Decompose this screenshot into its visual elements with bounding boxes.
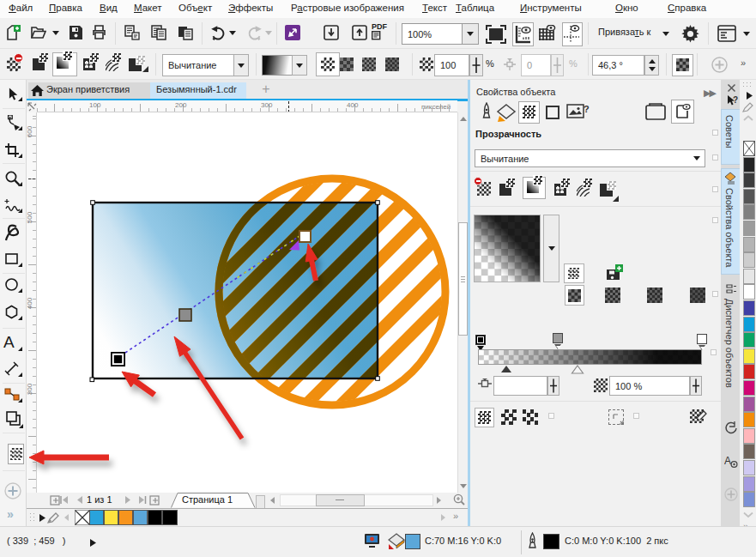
svg-text:?: ? <box>733 95 738 105</box>
svg-text:?: ? <box>584 104 590 114</box>
svg-text:A: A <box>724 455 731 467</box>
